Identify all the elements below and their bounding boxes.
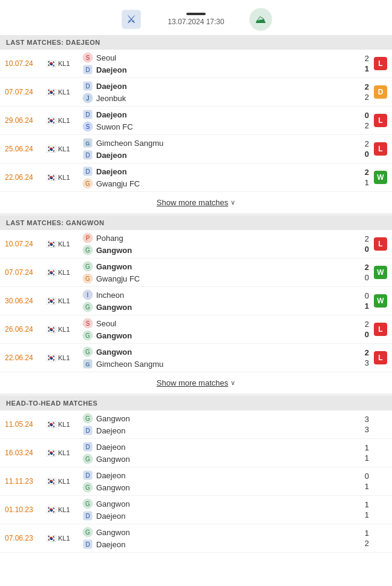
team1-name: Pohang [96,234,123,243]
team2-name: Daejeon [96,540,125,549]
team1-icon: D [82,109,93,120]
team2-row: D Daejeon [82,425,348,436]
gangwon-matches-list: 10.07.24 🇰🇷 KL1 P Pohang G Gangwon 2 0 [0,230,392,372]
match-row: 11.11.23 🇰🇷 KL1 D Daejeon G Gangwon 0 1 [0,467,392,496]
country-flag-icon: 🇰🇷 [46,324,56,334]
match-row: 07.06.23 🇰🇷 KL1 G Gangwon D Daejeon 1 2 [0,524,392,553]
team2-icon: G [82,273,93,284]
teams-column: I Incheon G Gangwon [79,289,352,312]
league-name: KL1 [58,269,70,276]
show-more-gangwon[interactable]: Show more matches ∨ [0,372,392,393]
country-flag-icon: 🇰🇷 [46,476,56,486]
svg-text:D: D [85,67,90,73]
country-flag-icon: 🇰🇷 [46,353,56,363]
svg-text:⛰: ⛰ [255,13,266,25]
match-date: 30.06.24 [5,297,46,305]
score1: 2 [365,54,369,63]
svg-text:G: G [85,361,90,367]
svg-text:D: D [85,168,90,175]
team1-name: Daejeon [96,167,127,176]
svg-text:D: D [85,472,90,479]
team1-name: Gangwon [96,262,132,271]
score2: 1 [365,510,369,519]
team2-name: Suwon FC [96,122,133,131]
league-name: KL1 [58,326,70,333]
team1-row: G Gangwon [82,261,348,272]
team2-icon: G [82,301,93,312]
country-flag-icon: 🇰🇷 [46,239,56,249]
team2-row: S Suwon FC [82,121,348,132]
team2-icon: S [82,121,93,132]
score1: 0 [365,472,369,481]
daejeon-matches-list: 10.07.24 🇰🇷 KL1 S Seoul D Daejeon 2 1 [0,50,392,192]
match-row: 30.06.24 🇰🇷 KL1 I Incheon G Gangwon 0 1 [0,287,392,315]
scores-column: 1 1 [352,500,369,519]
score2: 1 [365,64,369,73]
team1-icon: S [82,318,93,329]
score2: 0 [365,150,369,159]
score1: 2 [365,168,369,177]
team2-icon: D [82,150,93,160]
match-date: 29.06.24 [5,116,46,125]
score2: 2 [365,93,369,102]
league-name: KL1 [58,478,70,485]
score2: 1 [365,301,369,311]
team1-row: G Gangwon [82,498,348,509]
league-name: KL1 [58,297,70,305]
league-name: KL1 [58,354,70,361]
country-flag-icon: 🇰🇷 [46,59,56,68]
country-flag-icon: 🇰🇷 [46,296,56,306]
match-row: 29.06.24 🇰🇷 KL1 D Daejeon S Suwon FC 0 2 [0,107,392,135]
team1-row: D Daejeon [82,81,348,91]
team1-row: D Daejeon [82,470,348,481]
svg-text:G: G [85,415,90,422]
match-league: 🇰🇷 KL1 [46,324,79,334]
team1-name: Incheon [96,291,124,300]
league-name: KL1 [58,506,70,513]
team2-row: G Gangwon [82,301,348,312]
team2-name: Gangwon [96,246,132,255]
team2-row: G Gangwon [82,482,348,493]
chevron-down-icon: ∨ [230,199,235,206]
team2-row: D Daejeon [82,539,348,550]
score2: 1 [365,178,369,187]
league-name: KL1 [58,535,70,542]
result-badge: L [374,57,387,70]
svg-text:D: D [85,541,90,548]
page-container: ⚔ 13.07.2024 17:30 ⛰ LAST MATCHES: DAEJE… [0,0,392,553]
scores-column: 2 0 [352,320,369,339]
match-row: 16.03.24 🇰🇷 KL1 D Daejeon G Gangwon 1 1 [0,439,392,467]
team1-name: Daejeon [96,443,125,452]
svg-text:D: D [85,444,90,450]
svg-text:G: G [85,332,90,339]
team1-icon: I [82,289,93,300]
match-row: 10.07.24 🇰🇷 KL1 S Seoul D Daejeon 2 1 [0,50,392,78]
league-name: KL1 [58,174,70,181]
team1-icon: S [82,52,93,63]
scores-column: 3 3 [352,415,369,434]
section-h2h: HEAD-TO-HEAD MATCHES [0,396,392,410]
svg-text:D: D [85,152,90,159]
team2-row: G Gwangju FC [82,178,348,189]
teams-column: S Seoul D Daejeon [79,52,352,75]
league-name: KL1 [58,88,70,96]
team2-icon: G [82,453,93,464]
match-header: ⚔ 13.07.2024 17:30 ⛰ [0,0,392,35]
country-flag-icon: 🇰🇷 [46,420,56,429]
score1: 2 [365,263,369,272]
teams-column: G Gangwon D Daejeon [79,527,352,550]
show-more-daejeon[interactable]: Show more matches ∨ [0,192,392,213]
team1-row: I Incheon [82,289,348,300]
svg-text:I: I [87,292,89,298]
league-name: KL1 [58,117,70,124]
match-date: 26.06.24 [5,325,46,334]
team1-row: S Seoul [82,52,348,63]
teams-column: G Gangwon G Gimcheon Sangmu [79,346,352,369]
match-date: 07.07.24 [5,268,46,277]
svg-text:D: D [85,83,90,90]
country-flag-icon: 🇰🇷 [46,87,56,97]
team1-icon: G [82,527,93,538]
match-date: 11.11.23 [5,477,46,486]
scores-column: 0 1 [352,472,369,491]
team2-name: Gangwon [96,331,132,340]
